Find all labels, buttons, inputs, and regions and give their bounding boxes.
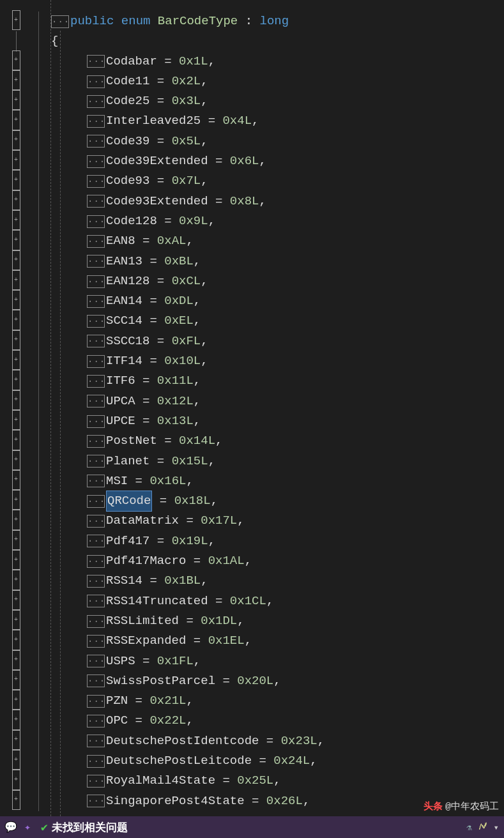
collapsed-region-icon[interactable]: ... [87,195,105,208]
collapsed-region-icon[interactable]: ... [87,95,105,108]
enum-member-line[interactable]: ...Interleaved25 = 0x4L, [51,111,504,131]
collapsed-region-icon[interactable]: ... [87,695,105,708]
fold-expand-icon[interactable]: + [12,470,20,490]
fold-expand-icon[interactable]: + [12,310,20,330]
fold-expand-icon[interactable]: + [12,350,20,370]
collapsed-region-icon[interactable]: ... [87,595,105,607]
chevron-down-icon[interactable]: ▾ [494,822,499,833]
enum-member-line[interactable]: ...Pdf417 = 0x19L, [51,531,504,551]
collapsed-region-icon[interactable]: ... [87,535,105,547]
enum-member-line[interactable]: ...Code11 = 0x2L, [51,72,504,91]
fold-expand-icon[interactable]: + [12,730,20,750]
status-bar[interactable]: 💬 ✦ ✔ 未找到相关问题 ⚗ 🗲 ▾ [0,816,504,838]
fold-expand-icon[interactable]: + [12,290,20,310]
enum-member-line[interactable]: ...RoyalMail4State = 0x25L, [51,771,504,791]
enum-member-line[interactable]: ...DeutschePostIdentcode = 0x23L, [51,731,504,751]
fold-expand-icon[interactable]: + [12,10,20,30]
enum-member-line[interactable]: ...UPCE = 0x13L, [51,411,504,431]
collapsed-region-icon[interactable]: ... [87,615,105,628]
enum-member-line[interactable]: ...Code39 = 0x5L, [51,132,504,151]
collapsed-region-icon[interactable]: ... [87,155,105,168]
fold-expand-icon[interactable]: + [12,130,20,150]
collapsed-region-icon[interactable]: ... [87,495,105,508]
fold-expand-icon[interactable]: + [12,390,20,410]
fold-expand-icon[interactable]: + [12,150,20,170]
collapsed-region-icon[interactable]: ... [87,375,105,388]
collapsed-region-icon[interactable]: ... [87,355,105,368]
copilot-icon[interactable]: ✦ [22,821,33,833]
collapsed-region-icon[interactable]: ... [87,315,105,328]
fold-expand-icon[interactable]: + [12,270,20,290]
fold-expand-icon[interactable]: + [12,750,20,770]
enum-member-line[interactable]: ...DataMatrix = 0x17L, [51,511,504,531]
enum-member-line[interactable]: ...Pdf417Macro = 0x1AL, [51,551,504,571]
fold-column[interactable]: +++++++++++++++++++++++++++++++++++++++ [6,0,26,816]
enum-member-line[interactable]: ...MSI = 0x16L, [51,471,504,491]
fold-expand-icon[interactable]: + [12,670,20,690]
enum-member-line[interactable]: ...OPC = 0x22L, [51,711,504,731]
enum-member-line[interactable]: ...Code39Extended = 0x6L, [51,151,504,171]
fold-expand-icon[interactable]: + [12,250,20,270]
enum-member-line[interactable]: ...EAN8 = 0xAL, [51,231,504,251]
enum-member-line[interactable]: ...RSSLimited = 0x1DL, [51,611,504,631]
enum-member-line[interactable]: ...SwissPostParcel = 0x20L, [51,671,504,691]
fold-expand-icon[interactable]: + [12,510,20,529]
fold-expand-icon[interactable]: + [12,590,20,610]
collapsed-region-icon[interactable]: ... [87,515,105,528]
check-icon[interactable]: ✔ [41,820,48,834]
enum-member-line[interactable]: ...EAN128 = 0xCL, [51,271,504,291]
fold-expand-icon[interactable]: + [12,70,20,90]
collapsed-region-icon[interactable]: ... [87,455,105,468]
collapsed-region-icon[interactable]: ... [87,215,105,228]
collapsed-region-icon[interactable]: ... [87,435,105,448]
collapsed-region-icon[interactable]: ... [87,775,105,788]
open-brace-line[interactable]: { [51,31,504,51]
enum-member-line[interactable]: ...SSCC18 = 0xFL, [51,331,504,351]
collapsed-region-icon[interactable]: ... [87,75,105,88]
collapsed-region-icon[interactable]: ... [87,395,105,408]
fold-expand-icon[interactable]: + [12,790,20,810]
collapsed-region-icon[interactable]: ... [87,335,105,347]
collapsed-region-icon[interactable]: ... [87,175,105,188]
collapsed-region-icon[interactable]: ... [87,475,105,487]
fold-expand-icon[interactable]: + [12,410,20,430]
collapsed-region-icon[interactable]: ... [87,635,105,648]
enum-member-line[interactable]: ...Planet = 0x15L, [51,452,504,471]
enum-member-line[interactable]: ...Codabar = 0x1L, [51,52,504,72]
fold-expand-icon[interactable]: + [12,630,20,650]
fold-expand-icon[interactable]: + [12,710,20,729]
fold-expand-icon[interactable]: + [12,330,20,350]
enum-member-line[interactable]: ...Code128 = 0x9L, [51,211,504,231]
fold-expand-icon[interactable]: + [12,230,20,250]
fold-expand-icon[interactable]: + [12,530,20,550]
fold-expand-icon[interactable]: + [12,370,20,390]
enum-member-line[interactable]: ...Code25 = 0x3L, [51,91,504,111]
fold-expand-icon[interactable]: + [12,110,20,130]
lightning-icon[interactable]: 🗲 [478,822,487,832]
fold-expand-icon[interactable]: + [12,770,20,789]
fold-expand-icon[interactable]: + [12,190,20,210]
code-area[interactable]: ... public enum BarCodeType : long { ...… [51,0,504,816]
fold-expand-icon[interactable]: + [12,650,20,670]
fold-expand-icon[interactable]: + [12,90,20,110]
collapsed-region-icon[interactable]: ... [87,674,105,687]
enum-member-line[interactable]: ...ITF6 = 0x11L, [51,371,504,391]
collapsed-region-icon[interactable]: ... [51,15,69,28]
collapsed-region-icon[interactable]: ... [87,655,105,667]
collapsed-region-icon[interactable]: ... [87,235,105,248]
enum-member-line[interactable]: ...Code93 = 0x7L, [51,171,504,191]
collapsed-region-icon[interactable]: ... [87,135,105,148]
enum-member-line[interactable]: ...ITF14 = 0x10L, [51,351,504,371]
fold-expand-icon[interactable]: + [12,170,20,190]
fold-expand-icon[interactable]: + [12,570,20,590]
collapsed-region-icon[interactable]: ... [87,115,105,128]
enum-declaration-line[interactable]: ... public enum BarCodeType : long [51,11,504,31]
fold-expand-icon[interactable]: + [12,490,20,510]
collapsed-region-icon[interactable]: ... [87,415,105,428]
flask-icon[interactable]: ⚗ [466,822,471,833]
collapsed-region-icon[interactable]: ... [87,295,105,308]
collapsed-region-icon[interactable]: ... [87,755,105,768]
enum-member-line[interactable]: ...RSSExpanded = 0x1EL, [51,631,504,651]
enum-member-line[interactable]: ...USPS = 0x1FL, [51,651,504,671]
enum-member-line[interactable]: ...UPCA = 0x12L, [51,392,504,411]
